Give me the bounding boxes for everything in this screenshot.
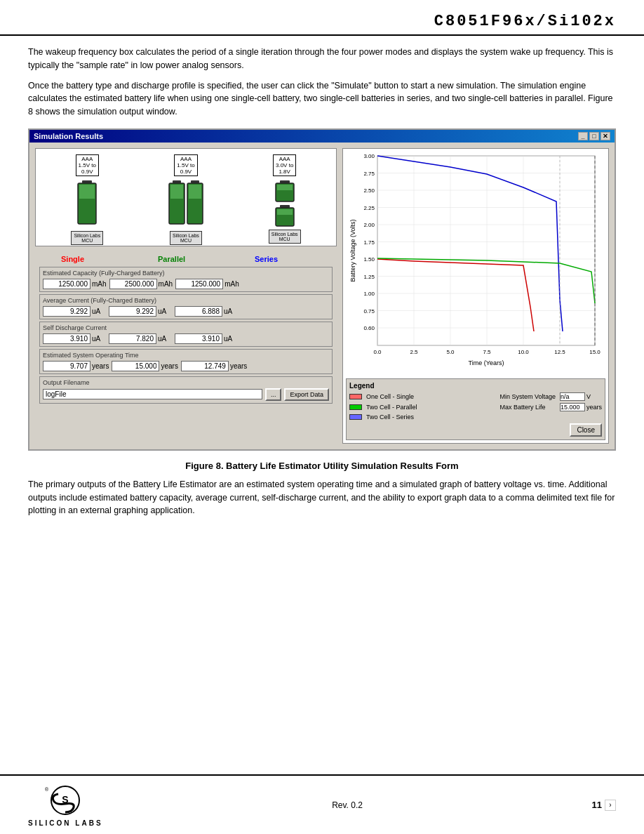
self-discharge-series-unit: uA xyxy=(224,335,236,343)
op-time-series-unit: years xyxy=(230,362,247,370)
legend-grid: One Cell - Single Min System Voltage V T… xyxy=(349,392,602,421)
sim-title: Simulation Results xyxy=(34,132,103,140)
avg-current-single-input[interactable] xyxy=(43,306,90,317)
legend-color-series xyxy=(349,414,362,420)
max-life-input[interactable] xyxy=(560,403,585,411)
export-button[interactable]: Export Data xyxy=(284,388,329,401)
legend-min-voltage-group: V xyxy=(560,392,602,401)
avg-current-series-unit: uA xyxy=(224,307,236,315)
battery-svg-parallel-2 xyxy=(187,180,203,230)
battery-svg-series-1 xyxy=(274,180,295,204)
sim-left-panel: AAA 1.5V to 0.9V Silicon LabsMC xyxy=(35,148,337,444)
life-unit: years xyxy=(586,404,602,411)
avg-current-single-group: uA xyxy=(43,306,106,317)
legend-close-button[interactable]: Close xyxy=(570,423,602,437)
battery-config-single: AAA 1.5V to 0.9V Silicon LabsMC xyxy=(71,154,103,240)
svg-text:10.0: 10.0 xyxy=(518,349,529,355)
op-time-single-group: years xyxy=(43,361,109,371)
self-discharge-series-input[interactable] xyxy=(175,333,222,344)
svg-text:1.50: 1.50 xyxy=(363,256,375,263)
capacity-row: mAh mAh mAh xyxy=(43,279,329,289)
battery-config-parallel: AAA 1.5V to 0.9V xyxy=(168,154,203,240)
svg-text:7.5: 7.5 xyxy=(483,349,491,355)
self-discharge-parallel-unit: uA xyxy=(158,335,170,343)
close-btn-container: Close xyxy=(349,423,602,437)
svg-text:Time (Years): Time (Years) xyxy=(469,359,504,366)
legend-label-min-voltage: Min System Voltage xyxy=(499,393,556,400)
mcu-label-series: Silicon LabsMCU xyxy=(269,230,301,244)
sim-titlebar: Simulation Results _ □ ✕ xyxy=(29,130,615,143)
next-page-arrow[interactable]: › xyxy=(605,800,616,811)
battery-label-single: AAA 1.5V to 0.9V xyxy=(76,154,99,176)
svg-text:S: S xyxy=(62,794,69,805)
self-discharge-parallel-input[interactable] xyxy=(109,333,156,344)
op-time-series-group: years xyxy=(181,361,247,371)
svg-text:2.50: 2.50 xyxy=(363,187,375,194)
battery-svg-series-2 xyxy=(274,205,295,228)
capacity-single-input[interactable] xyxy=(43,279,90,289)
operating-time-title: Estimated System Operating Time xyxy=(43,352,329,359)
capacity-section: Estimated Capacity (Fully-Charged Batter… xyxy=(39,267,333,292)
self-discharge-single-unit: uA xyxy=(92,335,105,343)
avg-current-series-input[interactable] xyxy=(175,306,222,317)
label-parallel: Parallel xyxy=(158,255,214,263)
legend-max-life-group: years xyxy=(560,403,602,411)
legend-color-single xyxy=(349,394,362,399)
label-series: Series xyxy=(255,255,311,263)
close-button[interactable]: ✕ xyxy=(601,132,610,140)
silicon-labs-logo-svg: S ® xyxy=(41,783,90,818)
footer-logo-text: SILICON LABS xyxy=(28,819,103,827)
sim-right-panel: 3.00 2.75 2.50 2.25 2.00 1.75 1.50 1.25 … xyxy=(342,148,609,444)
paragraph-1: The wakeup frequency box calculates the … xyxy=(28,46,616,72)
svg-text:1.25: 1.25 xyxy=(363,273,375,279)
browse-button[interactable]: ... xyxy=(265,388,282,401)
capacity-series-unit: mAh xyxy=(224,280,239,288)
battery-chart: 3.00 2.75 2.50 2.25 2.00 1.75 1.50 1.25 … xyxy=(343,149,608,373)
footer-rev: Rev. 0.2 xyxy=(332,800,363,810)
capacity-parallel-input[interactable] xyxy=(109,279,157,289)
capacity-single-group: mAh xyxy=(43,279,107,289)
op-time-series-input[interactable] xyxy=(181,361,229,371)
svg-rect-2 xyxy=(79,185,95,199)
avg-current-parallel-input[interactable] xyxy=(109,306,156,317)
minimize-button[interactable]: _ xyxy=(578,132,588,140)
legend-label-parallel: Two Cell - Parallel xyxy=(366,404,495,411)
svg-text:2.5: 2.5 xyxy=(410,349,418,355)
simulation-window: Simulation Results _ □ ✕ AAA xyxy=(28,128,616,451)
legend-color-parallel xyxy=(349,404,362,410)
op-time-single-input[interactable] xyxy=(43,361,90,371)
self-discharge-single-input[interactable] xyxy=(43,333,90,344)
op-time-single-unit: years xyxy=(92,362,109,370)
label-single: Single xyxy=(61,255,117,263)
figure-caption: Figure 8. Battery Life Estimator Utility… xyxy=(28,461,616,471)
legend-label-series: Two Cell - Series xyxy=(366,413,495,421)
svg-text:2.00: 2.00 xyxy=(363,222,375,228)
svg-text:12.5: 12.5 xyxy=(554,349,565,355)
page-number: 11 xyxy=(592,800,602,810)
op-time-parallel-input[interactable] xyxy=(112,361,159,371)
operating-time-row: years years years xyxy=(43,361,329,371)
footer: S ® SILICON LABS Rev. 0.2 11 › xyxy=(0,774,644,834)
footer-logo: S ® SILICON LABS xyxy=(28,783,103,827)
svg-text:Battery Voltage (Volts): Battery Voltage (Volts) xyxy=(349,219,356,282)
capacity-parallel-unit: mAh xyxy=(159,280,173,288)
avg-current-series-group: uA xyxy=(175,306,238,317)
svg-rect-16 xyxy=(377,156,595,345)
capacity-parallel-group: mAh xyxy=(109,279,173,289)
avg-current-parallel-group: uA xyxy=(109,306,172,317)
footer-page-area: 11 › xyxy=(592,800,616,811)
sim-body: AAA 1.5V to 0.9V Silicon LabsMC xyxy=(29,143,615,449)
self-discharge-single-group: uA xyxy=(43,333,106,344)
svg-rect-5 xyxy=(170,185,183,199)
legend-label-single: One Cell - Single xyxy=(366,393,495,400)
capacity-series-input[interactable] xyxy=(175,279,223,289)
page-container: C8051F96x/Si102x The wakeup frequency bo… xyxy=(0,0,644,834)
avg-current-title: Average Current (Fully-Charged Battery) xyxy=(43,297,329,304)
min-voltage-input[interactable] xyxy=(560,392,585,401)
maximize-button[interactable]: □ xyxy=(589,132,599,140)
self-discharge-series-group: uA xyxy=(175,333,238,344)
output-filename-input[interactable] xyxy=(43,389,262,399)
column-labels: Single Parallel Series xyxy=(35,252,337,265)
self-discharge-section: Self Discharge Current uA uA xyxy=(39,322,333,347)
titlebar-buttons: _ □ ✕ xyxy=(578,132,610,140)
